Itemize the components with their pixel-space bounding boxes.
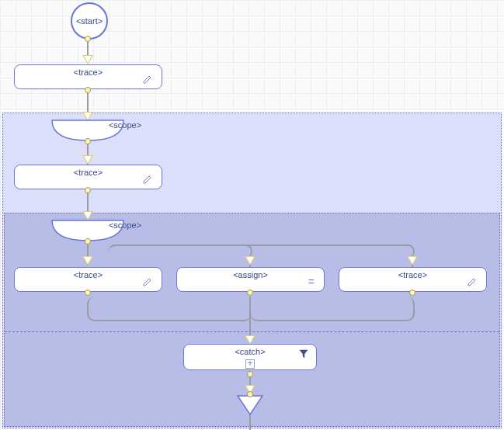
activity-label: <scope> — [88, 220, 162, 230]
port — [85, 138, 91, 144]
catch-activity[interactable]: <catch> + — [183, 344, 317, 370]
diagram-canvas[interactable]: <start> <trace> <scope> <trace> <scope> … — [0, 0, 504, 430]
pencil-icon — [468, 279, 477, 288]
activity-label: <trace> — [339, 270, 486, 279]
port — [85, 238, 91, 244]
arrow-icon — [407, 256, 418, 265]
filter-icon — [299, 349, 308, 360]
edge — [109, 244, 415, 258]
trace-activity[interactable]: <trace> — [14, 267, 162, 292]
trace-activity[interactable]: <trace> — [14, 165, 162, 189]
start-label: <start> — [76, 16, 103, 26]
arrow-icon — [82, 55, 93, 64]
trace-activity[interactable]: <trace> — [339, 267, 487, 292]
edge — [250, 296, 415, 321]
activity-label: <assign> — [177, 270, 324, 279]
activity-label: <trace> — [15, 68, 162, 77]
port — [247, 371, 253, 377]
assign-activity[interactable]: <assign> = — [176, 267, 325, 292]
trace-activity[interactable]: <trace> — [14, 64, 162, 89]
pencil-icon — [143, 279, 152, 288]
activity-label: <trace> — [15, 168, 162, 177]
port — [247, 391, 253, 397]
equals-icon: = — [308, 276, 315, 288]
port — [85, 87, 91, 93]
port — [247, 290, 253, 296]
arrow-icon — [82, 256, 93, 265]
edge — [87, 296, 252, 321]
merge-node[interactable] — [236, 394, 264, 418]
port — [85, 290, 91, 296]
port — [409, 290, 415, 296]
activity-label: <catch> — [184, 347, 316, 356]
catch-region — [5, 331, 499, 332]
expand-plus-icon[interactable]: + — [245, 359, 255, 369]
port — [85, 187, 91, 193]
pencil-icon — [143, 176, 152, 186]
arrow-icon — [82, 155, 93, 165]
port — [85, 36, 91, 42]
activity-label: <scope> — [88, 120, 162, 130]
start-node[interactable]: <start> — [71, 2, 108, 40]
pencil-icon — [143, 76, 152, 85]
activity-label: <trace> — [15, 270, 162, 279]
